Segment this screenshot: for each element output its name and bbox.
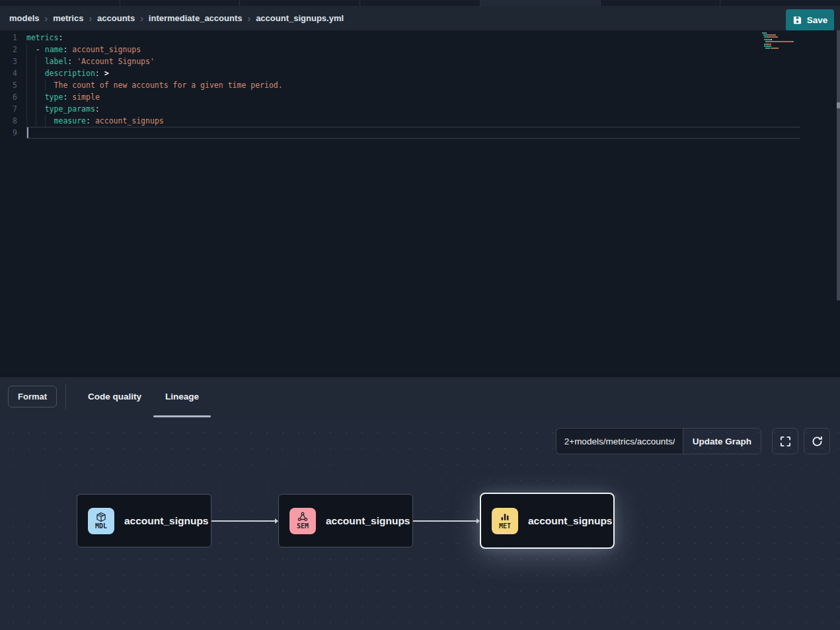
node-badge-met: MET: [492, 508, 518, 534]
breadcrumb-separator-icon: ›: [140, 13, 143, 24]
lineage-edge: [211, 520, 278, 522]
code-area[interactable]: 1metrics:2- name: account_signups3label:…: [0, 32, 800, 139]
code-line[interactable]: 6type: simple: [0, 91, 800, 103]
line-number: 6: [0, 91, 26, 103]
save-button[interactable]: Save: [786, 9, 834, 31]
editor-scrollbar[interactable]: [837, 30, 840, 300]
line-number: 1: [0, 32, 26, 44]
node-label: account_signups: [528, 515, 612, 527]
metric-chart-icon: [500, 512, 510, 522]
model-cube-icon: [96, 512, 106, 522]
node-badge-mdl: MDL: [88, 508, 114, 534]
node-label: account_signups: [326, 515, 410, 527]
bottom-panel: Format Code quality Lineage Update Graph: [0, 375, 840, 630]
top-tab-stub[interactable]: [239, 0, 360, 6]
fullscreen-button[interactable]: [772, 428, 798, 454]
lineage-node-mdl[interactable]: MDLaccount_signups: [77, 494, 211, 547]
semantic-graph-icon: [297, 512, 308, 522]
breadcrumb-separator-icon: ›: [89, 13, 92, 24]
code-line[interactable]: 9: [0, 127, 800, 139]
breadcrumb-bar: models›metrics›accounts›intermediate_acc…: [0, 6, 840, 30]
breadcrumb-item[interactable]: account_signups.yml: [256, 13, 344, 23]
line-number: 7: [0, 103, 26, 115]
line-number: 8: [0, 115, 26, 127]
editor-minimap[interactable]: [762, 32, 802, 52]
lineage-node-sem[interactable]: SEMaccount_signups: [278, 494, 413, 547]
lineage-node-met[interactable]: METaccount_signups: [480, 493, 615, 549]
top-tab-stub[interactable]: [120, 0, 240, 6]
node-label: account_signups: [124, 515, 208, 527]
text-cursor: [27, 127, 28, 138]
breadcrumb-item[interactable]: intermediate_accounts: [149, 13, 243, 23]
fullscreen-icon: [780, 436, 791, 447]
format-button[interactable]: Format: [8, 386, 57, 407]
breadcrumb-item[interactable]: metrics: [53, 13, 83, 23]
header-divider: [65, 384, 66, 409]
top-tab-stub[interactable]: [480, 0, 600, 6]
lineage-edge: [413, 520, 479, 522]
breadcrumb-separator-icon: ›: [45, 13, 48, 24]
line-number: 3: [0, 55, 26, 67]
bottom-panel-header: Format Code quality Lineage: [0, 377, 840, 416]
lineage-controls: Update Graph: [556, 428, 830, 454]
line-number: 4: [0, 67, 26, 79]
code-line[interactable]: 5The count of new accounts for a given t…: [0, 79, 800, 91]
code-editor[interactable]: 1metrics:2- name: account_signups3label:…: [0, 30, 840, 375]
code-line[interactable]: 3label: 'Account Signups': [0, 55, 800, 67]
top-tab-stub[interactable]: [720, 0, 840, 6]
lineage-selector-input[interactable]: [556, 428, 683, 454]
editor-scrollbar-thumb[interactable]: [837, 102, 840, 108]
line-number: 9: [0, 127, 26, 139]
code-line[interactable]: 1metrics:: [0, 32, 800, 44]
top-tab-stub[interactable]: [600, 0, 720, 6]
tab-lineage[interactable]: Lineage: [153, 377, 211, 416]
line-number: 2: [0, 44, 26, 55]
update-graph-button[interactable]: Update Graph: [683, 428, 761, 454]
top-tab-strip: [0, 0, 840, 6]
top-tab-stub[interactable]: [0, 0, 120, 6]
breadcrumb-item[interactable]: accounts: [97, 13, 135, 23]
save-icon: [792, 15, 802, 25]
lineage-canvas[interactable]: Update Graph MDLacc: [0, 418, 840, 630]
code-line[interactable]: 8measure: account_signups: [0, 115, 800, 127]
breadcrumb: models›metrics›accounts›intermediate_acc…: [9, 13, 344, 24]
node-badge-label: MDL: [95, 522, 107, 530]
line-number: 5: [0, 79, 26, 91]
code-line[interactable]: 2- name: account_signups: [0, 44, 800, 55]
top-tab-stub[interactable]: [360, 0, 480, 6]
node-badge-sem: SEM: [289, 508, 316, 534]
node-badge-label: SEM: [297, 522, 309, 530]
code-line[interactable]: 7type_params:: [0, 103, 800, 115]
code-line[interactable]: 4description: >: [0, 67, 800, 79]
node-badge-label: MET: [499, 522, 511, 530]
breadcrumb-separator-icon: ›: [247, 13, 250, 24]
save-button-label: Save: [807, 15, 828, 25]
tab-code-quality[interactable]: Code quality: [76, 377, 153, 416]
refresh-button[interactable]: [804, 428, 830, 454]
refresh-icon: [812, 436, 823, 447]
breadcrumb-item[interactable]: models: [9, 13, 40, 23]
